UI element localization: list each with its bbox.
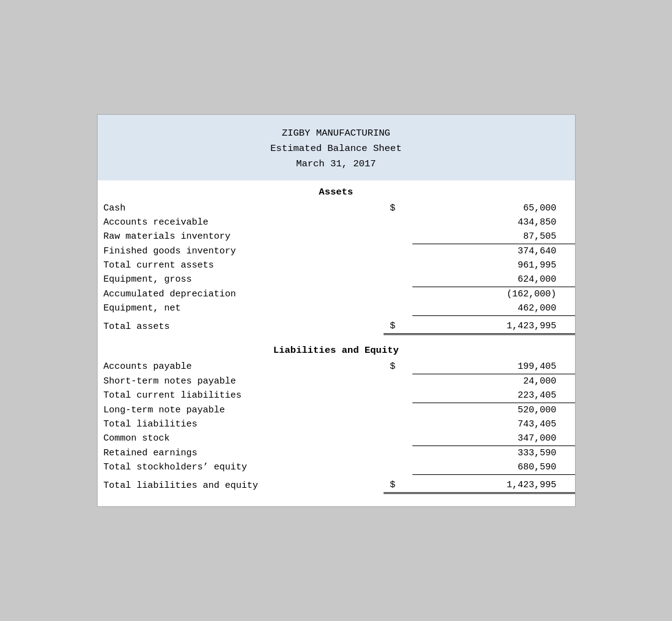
liability-label: Total stockholders’ equity	[98, 460, 384, 475]
asset-label: Accounts receivable	[98, 215, 384, 230]
header-section: ZIGBY MANUFACTURING Estimated Balance Sh…	[98, 115, 575, 180]
asset-value: 65,000	[412, 201, 575, 215]
liabilities-section-title: Liabilities and Equity	[98, 335, 575, 360]
asset-value: 434,850	[412, 215, 575, 230]
asset-label: Cash	[98, 201, 384, 215]
total-liabilities-dollar: $	[384, 474, 412, 493]
sheet-title: Estimated Balance Sheet	[104, 141, 569, 156]
asset-label: Equipment, gross	[98, 272, 384, 287]
liability-label: Accounts payable	[98, 360, 384, 374]
liability-dollar	[384, 403, 412, 417]
sheet-date: March 31, 2017	[104, 156, 569, 172]
liability-label: Total liabilities	[98, 417, 384, 431]
asset-value: 624,000	[412, 272, 575, 287]
asset-value: 462,000	[412, 301, 575, 316]
asset-label: Raw materials inventory	[98, 230, 384, 244]
liabilities-table: Accounts payable $ 199,405 Short-term no…	[98, 360, 575, 494]
liability-dollar	[384, 374, 412, 388]
liability-dollar: $	[384, 360, 412, 374]
asset-value: (162,000)	[412, 287, 575, 301]
liability-dollar	[384, 417, 412, 431]
total-assets-value: 1,423,995	[412, 315, 575, 334]
asset-dollar	[384, 230, 412, 244]
asset-label: Accumulated depreciation	[98, 287, 384, 301]
company-name: ZIGBY MANUFACTURING	[104, 126, 569, 141]
asset-dollar	[384, 258, 412, 272]
assets-section-title: Assets	[98, 180, 575, 201]
liability-value: 199,405	[412, 360, 575, 374]
balance-sheet: ZIGBY MANUFACTURING Estimated Balance Sh…	[97, 114, 576, 506]
asset-dollar	[384, 301, 412, 316]
asset-dollar	[384, 272, 412, 287]
liability-dollar	[384, 431, 412, 446]
total-liabilities-label: Total liabilities and equity	[98, 474, 384, 493]
liability-value: 223,405	[412, 388, 575, 403]
liability-label: Common stock	[98, 431, 384, 446]
total-assets-label: Total assets	[98, 315, 384, 334]
asset-value: 374,640	[412, 244, 575, 258]
asset-label: Total current assets	[98, 258, 384, 272]
liability-value: 680,590	[412, 460, 575, 475]
asset-dollar: $	[384, 201, 412, 215]
asset-dollar	[384, 244, 412, 258]
asset-label: Finished goods inventory	[98, 244, 384, 258]
asset-label: Equipment, net	[98, 301, 384, 316]
asset-value: 87,505	[412, 230, 575, 244]
liability-label: Long-term note payable	[98, 403, 384, 417]
liability-dollar	[384, 446, 412, 460]
asset-dollar	[384, 287, 412, 301]
liability-value: 24,000	[412, 374, 575, 388]
liability-value: 743,405	[412, 417, 575, 431]
asset-value: 961,995	[412, 258, 575, 272]
liability-dollar	[384, 460, 412, 475]
total-liabilities-value: 1,423,995	[412, 474, 575, 493]
liability-dollar	[384, 388, 412, 403]
liability-value: 347,000	[412, 431, 575, 446]
liability-value: 333,590	[412, 446, 575, 460]
liability-label: Retained earnings	[98, 446, 384, 460]
liability-value: 520,000	[412, 403, 575, 417]
total-assets-dollar: $	[384, 315, 412, 334]
assets-table: Cash $ 65,000 Accounts receivable 434,85…	[98, 201, 575, 335]
asset-dollar	[384, 215, 412, 230]
liability-label: Short-term notes payable	[98, 374, 384, 388]
liability-label: Total current liabilities	[98, 388, 384, 403]
